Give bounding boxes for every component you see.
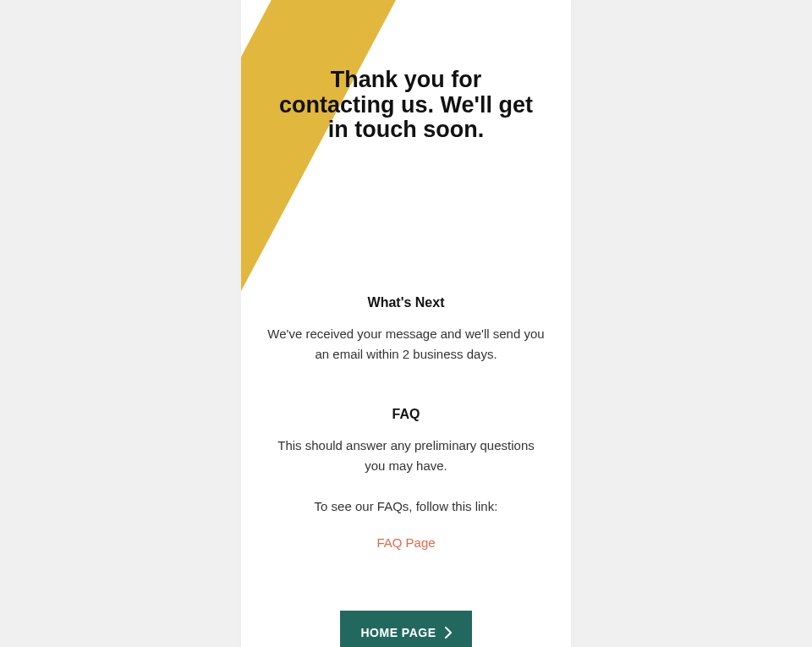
faq-body: This should answer any preliminary quest… bbox=[266, 436, 546, 476]
home-page-button-label: HOME PAGE bbox=[360, 626, 436, 639]
headline: Thank you for contacting us. We'll get i… bbox=[266, 68, 546, 143]
faq-link[interactable]: FAQ Page bbox=[376, 535, 435, 550]
faq-section: FAQ This should answer any preliminary q… bbox=[266, 407, 546, 584]
whats-next-section: What's Next We've received your message … bbox=[266, 295, 546, 365]
faq-lead: To see our FAQs, follow this link: bbox=[266, 496, 546, 517]
home-page-button[interactable]: HOME PAGE bbox=[340, 611, 471, 647]
faq-title: FAQ bbox=[266, 407, 546, 422]
whats-next-title: What's Next bbox=[266, 295, 546, 310]
chevron-right-icon bbox=[445, 627, 452, 639]
content-area: Thank you for contacting us. We'll get i… bbox=[241, 68, 571, 647]
whats-next-body: We've received your message and we'll se… bbox=[266, 324, 546, 365]
confirmation-card: Thank you for contacting us. We'll get i… bbox=[241, 0, 571, 647]
